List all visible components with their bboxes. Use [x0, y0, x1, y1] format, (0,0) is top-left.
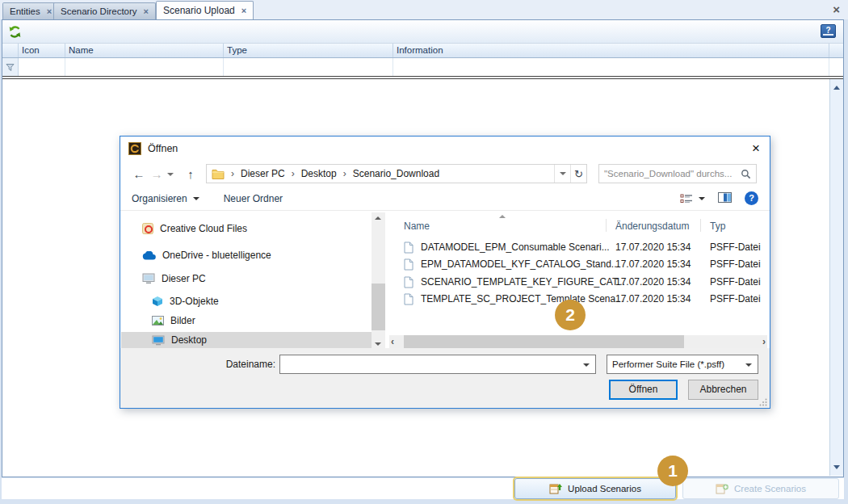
file-row[interactable]: EPM_DATAMODEL_KYF_CATALOG_Stand... 17.07… [388, 256, 762, 273]
file-icon [404, 293, 414, 305]
sidebar-label: OneDrive - bluetelligence [162, 250, 271, 261]
filename-input[interactable] [283, 356, 577, 372]
file-list-header: Name Änderungsdatum Typ [388, 214, 769, 235]
grid-header-information[interactable]: Information [393, 44, 829, 57]
file-date: 17.07.2020 15:34 [615, 293, 691, 304]
scroll-down-icon[interactable] [833, 465, 840, 469]
scroll-left-icon[interactable]: ‹ [391, 336, 394, 347]
app-logo-icon [128, 142, 141, 155]
sidebar-label: Dieser PC [162, 273, 206, 284]
organize-menu-button[interactable]: Organisieren [132, 193, 199, 204]
forward-icon: → [148, 167, 166, 181]
scroll-right-icon[interactable]: › [762, 336, 766, 347]
filter-cell[interactable] [65, 58, 224, 76]
filetype-select[interactable]: Performer Suite File (*.psff) [607, 355, 758, 374]
file-icon [404, 276, 414, 288]
scroll-up-icon[interactable] [375, 216, 381, 220]
grid-header-icon[interactable]: Icon [19, 44, 65, 57]
chevron-down-icon[interactable] [583, 363, 590, 367]
up-icon[interactable]: ↑ [182, 167, 199, 181]
sidebar-item-3d-objekte[interactable]: 3D-Objekte [121, 293, 372, 309]
filter-cell[interactable] [393, 58, 829, 76]
close-icon[interactable]: × [744, 141, 768, 157]
dialog-command-bar: Organisieren Neuer Ordner [120, 187, 770, 211]
sidebar-item-bilder[interactable]: Bilder [121, 313, 372, 329]
sidebar-scrollbar[interactable] [372, 212, 385, 350]
file-list: Name Änderungsdatum Typ DATAMODEL_EPM_Co… [388, 212, 769, 350]
organize-label: Organisieren [132, 193, 187, 204]
scrollbar-thumb[interactable] [372, 284, 385, 330]
back-icon[interactable]: ← [130, 167, 148, 181]
filename-combobox[interactable] [279, 355, 596, 374]
chevron-down-icon [699, 197, 705, 200]
file-row[interactable]: SCENARIO_TEMPLATE_KEY_FIGURE_CAT... 17.0… [388, 274, 762, 291]
close-icon[interactable]: × [47, 6, 52, 16]
history-chevron-down-icon[interactable] [167, 173, 174, 176]
column-type[interactable]: Typ [710, 220, 725, 232]
address-bar[interactable]: › Dieser PC › Desktop › Scenario_Downloa… [206, 164, 587, 183]
tab-label: Scenario Upload [163, 5, 235, 16]
column-divider[interactable] [606, 219, 607, 232]
open-button[interactable]: Öffnen [609, 380, 678, 400]
file-row[interactable]: DATAMODEL_EPM_Consumable Scenari... 17.0… [388, 239, 762, 256]
tab-scenario-directory[interactable]: Scenario Directory × [53, 2, 156, 19]
help-icon[interactable]: ? [821, 24, 836, 38]
preview-pane-button[interactable] [718, 192, 732, 205]
new-folder-button[interactable]: Neuer Ordner [224, 193, 283, 204]
upload-scenarios-button[interactable]: Upload Scenarios [514, 478, 676, 499]
address-refresh-icon[interactable]: ↻ [570, 165, 586, 183]
close-icon[interactable]: × [144, 6, 149, 16]
horizontal-scrollbar[interactable]: ‹ › [389, 335, 767, 349]
dialog-titlebar[interactable]: Öffnen × [120, 136, 770, 161]
grid-header-gutter [829, 44, 843, 57]
scrollbar-thumb[interactable] [404, 335, 684, 349]
filter-cell[interactable] [19, 58, 65, 76]
file-type: PSFF-Datei [710, 242, 761, 253]
close-icon[interactable]: × [833, 3, 840, 15]
resize-grip[interactable] [759, 398, 767, 406]
filename-label: Dateiname: [169, 359, 275, 370]
details-view-icon [680, 194, 693, 204]
breadcrumb-desktop[interactable]: Desktop [301, 168, 337, 179]
vertical-scrollbar[interactable] [829, 79, 843, 476]
view-options-button[interactable] [680, 194, 705, 204]
sidebar-item-desktop[interactable]: Desktop [121, 332, 372, 348]
filter-funnel-icon[interactable] [2, 58, 19, 76]
folder-icon [212, 169, 225, 179]
tab-entities[interactable]: Entities × [2, 2, 59, 19]
sidebar-label: Desktop [171, 334, 207, 346]
scroll-down-icon[interactable] [375, 342, 381, 346]
grid-header: Icon Name Type Information [2, 44, 843, 58]
breadcrumb-dieser-pc[interactable]: Dieser PC [241, 168, 285, 179]
help-icon[interactable]: ? [745, 191, 758, 205]
sort-ascending-icon [499, 215, 506, 218]
grid-header-type[interactable]: Type [224, 44, 393, 57]
address-dropdown-icon[interactable] [554, 165, 570, 183]
close-icon[interactable]: × [241, 6, 246, 15]
column-date[interactable]: Änderungsdatum [615, 220, 689, 232]
grid-header-name[interactable]: Name [65, 44, 224, 57]
tab-scenario-upload[interactable]: Scenario Upload × [156, 1, 254, 19]
sidebar-item-onedrive[interactable]: OneDrive - bluetelligence [121, 247, 372, 263]
pictures-icon [152, 316, 164, 326]
refresh-icon[interactable] [8, 25, 23, 40]
search-input[interactable]: "Scenario_Download" durchs... [598, 164, 757, 183]
search-placeholder: "Scenario_Download" durchs... [604, 169, 732, 178]
breadcrumb-separator: › [285, 168, 301, 179]
cancel-button[interactable]: Abbrechen [688, 380, 758, 400]
file-type: PSFF-Datei [710, 293, 761, 304]
sidebar-item-dieser-pc[interactable]: Dieser PC [121, 271, 372, 287]
sidebar-item-creative-cloud-files[interactable]: Creative Cloud Files [121, 220, 372, 237]
creative-cloud-icon [142, 223, 153, 234]
tab-label: Scenario Directory [61, 6, 137, 16]
file-icon [404, 242, 414, 254]
breadcrumb-scenario-download[interactable]: Scenario_Download [353, 168, 439, 179]
dialog-title: Öffnen [148, 143, 178, 154]
filter-cell[interactable] [224, 58, 393, 76]
sidebar-label: 3D-Objekte [170, 296, 219, 307]
desktop-icon [152, 335, 165, 346]
scroll-up-icon[interactable] [833, 86, 840, 90]
search-icon [741, 169, 751, 179]
column-name[interactable]: Name [404, 220, 430, 232]
column-divider[interactable] [700, 219, 701, 232]
